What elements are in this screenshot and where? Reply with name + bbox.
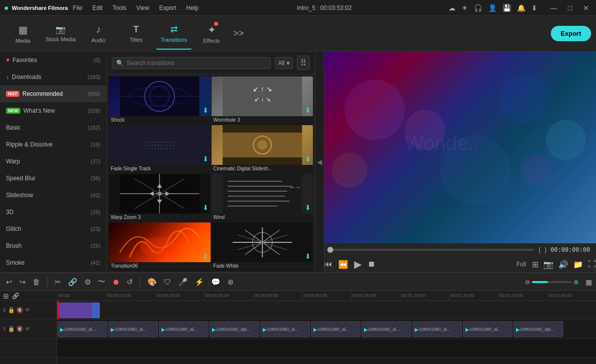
clip-2[interactable]: ▶ 1080x1080_al...: [108, 321, 158, 337]
shield-icon[interactable]: 🛡: [162, 277, 173, 287]
close-button[interactable]: ✕: [580, 4, 592, 12]
download-wind-icon[interactable]: ⬇: [305, 204, 311, 212]
save-icon[interactable]: 💾: [503, 4, 511, 12]
toolbar-effects[interactable]: ✦ Effects: [194, 17, 229, 50]
lock-icon-1[interactable]: 🔒: [8, 307, 15, 313]
fullscreen-icon[interactable]: ⛶: [588, 260, 596, 269]
transition-shock[interactable]: ⬇ Shock: [109, 76, 211, 124]
visible-icon-2[interactable]: 👁: [25, 326, 30, 332]
visible-icon-1[interactable]: 👁: [25, 307, 30, 313]
sidebar-item-whats-new[interactable]: NEW What's New (526): [0, 102, 106, 119]
download-fade-white-icon[interactable]: ⬇: [305, 252, 311, 260]
search-box[interactable]: 🔍: [112, 57, 271, 69]
maximize-button[interactable]: □: [565, 4, 575, 12]
clip-purple[interactable]: [59, 302, 96, 318]
fit-timeline-icon[interactable]: ▦: [586, 278, 592, 286]
clip-4[interactable]: ▶ 1080x1080_alp...: [210, 321, 259, 337]
transition-cinematic[interactable]: ⬇ Cinematic Digital Slidesh...: [212, 125, 313, 173]
download-fade-single-icon[interactable]: ⬇: [203, 155, 209, 163]
menu-view[interactable]: View: [135, 3, 151, 12]
rewind-icon[interactable]: ↺: [125, 277, 135, 288]
export-button[interactable]: Export: [551, 26, 591, 41]
transition-wormhole3[interactable]: ↙ ↑ ↘ ↙ ↓ ↘ ⬇ Wormhole 3: [212, 76, 313, 124]
grid-view-button[interactable]: ⠿: [297, 56, 310, 70]
frame-back-button[interactable]: ⏪: [338, 260, 348, 269]
zoom-in-btn[interactable]: ⊕: [574, 279, 579, 286]
clip-3[interactable]: ▶ 1080x1080_al...: [159, 321, 209, 337]
redo-button[interactable]: ↪: [17, 277, 28, 288]
audio-wave-icon[interactable]: 〜: [96, 276, 107, 288]
clip-7[interactable]: ▶ 1080x1080_al...: [362, 321, 411, 337]
download-warp-zoom-icon[interactable]: ⬇: [203, 204, 209, 212]
volume-icon[interactable]: 🔊: [558, 260, 568, 269]
more-icon[interactable]: >>: [233, 28, 244, 39]
person-icon[interactable]: 👤: [488, 4, 497, 12]
stop-button[interactable]: ⏹: [368, 260, 375, 269]
subtitle-icon[interactable]: 💬: [209, 277, 223, 288]
sidebar-item-brush[interactable]: Brush (25): [0, 237, 106, 254]
collapse-panel-button[interactable]: ◀: [315, 52, 324, 272]
color-icon[interactable]: 🎨: [146, 277, 159, 288]
mute-icon-2[interactable]: 🔇: [16, 326, 23, 332]
transition-warp-zoom3[interactable]: ⬇ Warp Zoom 3: [109, 174, 211, 221]
snapshot-icon[interactable]: 📷: [543, 260, 553, 269]
toolbar-media[interactable]: ▦ Media: [5, 17, 41, 50]
menu-help[interactable]: Help: [184, 3, 201, 12]
cut-button[interactable]: ✂: [53, 277, 63, 288]
adjust-icon[interactable]: ⚙: [82, 277, 93, 288]
zoom-slider[interactable]: [532, 281, 572, 283]
toolbar-transitions[interactable]: ⇄ Transitions: [156, 17, 192, 50]
clip-5[interactable]: ▶ 1080x1080_al...: [260, 321, 310, 337]
cloud-icon[interactable]: ☁: [448, 4, 455, 12]
transition-06[interactable]: ⬇ Transition06: [109, 222, 211, 270]
mic-icon[interactable]: 🎤: [176, 277, 190, 288]
timeline-settings-icon[interactable]: ⚡: [193, 277, 206, 288]
notification-icon[interactable]: 🔔: [517, 4, 525, 12]
sidebar-item-warp[interactable]: Warp (37): [0, 153, 106, 170]
record-icon[interactable]: ⏺: [110, 277, 122, 287]
sidebar-item-basic[interactable]: Basic (182): [0, 119, 106, 136]
minimize-button[interactable]: —: [547, 4, 560, 12]
delete-button[interactable]: 🗑: [31, 277, 42, 287]
toolbar-titles[interactable]: T Titles: [118, 17, 154, 50]
link-icon[interactable]: 🔗: [12, 292, 19, 299]
skip-back-button[interactable]: ⏮: [324, 260, 332, 269]
sidebar-item-recommended[interactable]: HOT Recommended (500): [0, 85, 106, 102]
menu-edit[interactable]: Edit: [90, 3, 105, 12]
add-track-icon[interactable]: ⊞: [3, 292, 9, 300]
clip-10[interactable]: ▶ 1080x1080_alp...: [514, 321, 563, 337]
clip-9[interactable]: ▶ 1080x1080_al...: [463, 321, 513, 337]
clip-1[interactable]: ▶ 1080x1080_al...: [58, 321, 107, 337]
clip-6[interactable]: ▶ 1080x1080_al...: [311, 321, 361, 337]
mute-icon-1[interactable]: 🔇: [16, 307, 23, 313]
transition-wind[interactable]: --→ ⬇ Wind: [212, 174, 313, 221]
sidebar-item-3d[interactable]: 3D (26): [0, 204, 106, 220]
search-input[interactable]: [127, 60, 266, 67]
sidebar-item-ripple[interactable]: Ripple & Dissolve (16): [0, 136, 106, 153]
sidebar-item-glitch[interactable]: Glitch (23): [0, 220, 106, 237]
transition-fade-white[interactable]: ⬇ Fade White: [212, 222, 313, 270]
download-wormhole-icon[interactable]: ⬇: [305, 106, 311, 114]
magnetic-icon[interactable]: 🔗: [66, 277, 79, 288]
transition-fade-single[interactable]: ⬇ Fade Single Track: [109, 125, 211, 173]
headphone-icon[interactable]: 🎧: [474, 4, 482, 12]
quality-select[interactable]: Full: [517, 261, 526, 268]
filter-button[interactable]: All ▾: [275, 57, 293, 69]
menu-file[interactable]: File: [71, 3, 84, 12]
split-view-icon[interactable]: ⊞: [532, 260, 538, 269]
sidebar-item-downloads[interactable]: ↓ Downloads (183): [0, 69, 106, 85]
sidebar-item-smoke[interactable]: Smoke (42): [0, 254, 106, 271]
menu-export[interactable]: Export: [157, 3, 178, 12]
toolbar-stock-media[interactable]: 📷 Stock Media: [43, 17, 78, 50]
sidebar-item-favorites[interactable]: ♥ Favorites (0): [0, 52, 106, 69]
progress-handle[interactable]: [327, 247, 333, 253]
clip-8[interactable]: ▶ 1080x1080_al...: [412, 321, 462, 337]
download-transition06-icon[interactable]: ⬇: [203, 252, 209, 260]
lock-icon-2[interactable]: 🔒: [8, 326, 15, 332]
sidebar-item-slideshow[interactable]: Slideshow (42): [0, 187, 106, 204]
sidebar-item-speed-blur[interactable]: Speed Blur (36): [0, 170, 106, 187]
folder-icon[interactable]: 📁: [573, 260, 583, 269]
zoom-out-icon[interactable]: ⊖: [525, 279, 530, 286]
sun-icon[interactable]: ☀: [461, 4, 468, 12]
progress-bar[interactable]: [330, 249, 534, 251]
